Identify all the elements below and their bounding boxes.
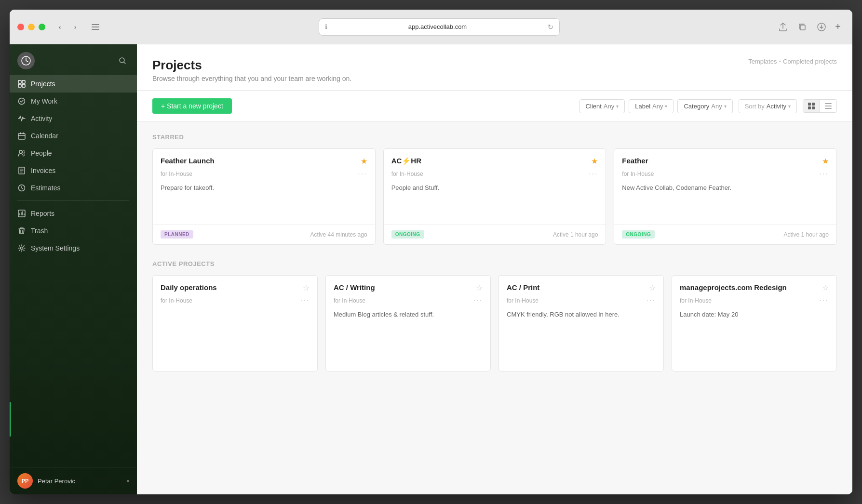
back-button[interactable]: ‹ [53,20,67,34]
sort-label: Sort by [745,103,765,110]
sidebar-item-people[interactable]: People [10,145,137,162]
project-menu-button[interactable]: ··· [300,296,310,305]
client-filter-button[interactable]: Client Any ▾ [579,99,625,113]
project-menu-button[interactable]: ··· [820,296,829,305]
search-button[interactable] [116,54,129,67]
category-dropdown-icon: ▾ [724,104,727,109]
project-card-feather: Feather ★ for In-House ··· New Active Co… [614,148,837,245]
reports-icon [17,209,26,218]
status-badge: PLANNED [161,230,193,239]
svg-rect-0 [92,24,99,25]
project-menu-button[interactable]: ··· [646,296,656,305]
sidebar-item-activity[interactable]: Activity [10,110,137,127]
sidebar-item-estimates[interactable]: Estimates [10,179,137,197]
address-bar[interactable]: ℹ app.activecollab.com ↻ [319,18,560,36]
project-title[interactable]: Feather [622,157,818,165]
project-title[interactable]: AC / Print [507,283,645,292]
sidebar-item-label: Activity [31,115,52,122]
close-button[interactable] [17,24,24,30]
sidebar-item-system-settings[interactable]: System Settings [10,239,137,257]
category-filter-label: Category [684,103,709,110]
toolbar: + Start a new project Client Any ▾ Label… [137,91,852,122]
starred-section-label: Starred [152,133,837,141]
sidebar-item-trash[interactable]: Trash [10,222,137,239]
project-title[interactable]: manageprojects.com Redesign [680,283,818,292]
minimize-button[interactable] [28,24,35,30]
svg-rect-12 [18,133,25,139]
project-title[interactable]: AC / Writing [334,283,472,292]
sidebar-item-label: Invoices [31,167,55,174]
star-icon[interactable]: ★ [591,157,598,166]
activity-icon [17,114,26,123]
star-icon[interactable]: ★ [361,157,367,166]
project-card-ac-writing: AC / Writing ☆ for In-House ··· Medium B… [325,275,491,371]
svg-rect-22 [812,106,815,109]
address-bar-wrapper: ℹ app.activecollab.com ↻ [109,18,769,36]
star-icon[interactable]: ☆ [649,283,656,292]
svg-rect-21 [808,106,811,109]
trash-icon [17,226,26,235]
category-filter-button[interactable]: Category Any ▾ [677,99,732,113]
sidebar: Projects My Work Activity [10,44,137,494]
page-subtitle: Browse through everything that you and y… [152,75,351,82]
project-menu-button[interactable]: ··· [589,170,598,178]
settings-icon [17,244,26,252]
sidebar-item-calendar[interactable]: Calendar [10,127,137,145]
project-title[interactable]: Daily operations [161,283,299,292]
sidebar-item-label: System Settings [31,244,80,252]
project-menu-button[interactable]: ··· [473,296,483,305]
grid-icon [17,80,26,88]
forward-button[interactable]: › [68,20,82,34]
project-menu-button[interactable]: ··· [358,170,367,178]
star-icon[interactable]: ★ [822,157,829,166]
sidebar-item-my-work[interactable]: My Work [10,93,137,110]
templates-link[interactable]: Templates [748,58,777,65]
sidebar-item-reports[interactable]: Reports [10,205,137,222]
refresh-icon[interactable]: ↻ [548,23,553,31]
active-time: Active 44 minutes ago [310,231,367,238]
share-button[interactable] [775,20,791,34]
user-profile[interactable]: PP Petar Perovic ▾ [10,467,137,494]
browser-actions [775,20,829,34]
list-view-button[interactable] [820,100,836,112]
traffic-lights [17,24,45,30]
nav-divider [17,200,129,201]
project-menu-button[interactable]: ··· [820,170,829,178]
active-projects-grid: Daily operations ☆ for In-House ··· [152,275,837,371]
label-dropdown-icon: ▾ [665,104,667,109]
client-dropdown-icon: ▾ [616,104,619,109]
app-logo[interactable] [17,52,35,69]
grid-view-button[interactable] [803,100,820,112]
maximize-button[interactable] [39,24,45,30]
sidebar-item-projects[interactable]: Projects [10,75,137,93]
sidebar-toggle-button[interactable] [88,20,103,34]
project-card-ac-hr: AC⚡HR ★ for In-House ··· People and Stuf… [383,148,606,245]
sort-button[interactable]: Sort by Activity ▾ [739,99,797,113]
completed-projects-link[interactable]: Completed projects [783,58,837,65]
feedback-button[interactable]: Feedback [10,402,11,437]
star-icon[interactable]: ☆ [303,283,310,292]
page-header: Projects Browse through everything that … [137,44,852,91]
project-description: New Active Collab, Codename Feather. [614,182,836,207]
info-icon: ℹ [325,23,327,30]
star-icon[interactable]: ☆ [476,283,483,292]
starred-projects-grid: Feather Launch ★ for In-House ··· Prepar… [152,148,837,245]
download-button[interactable] [814,20,829,34]
svg-rect-20 [812,103,815,106]
add-tab-button[interactable]: + [831,20,845,34]
sidebar-item-invoices[interactable]: Invoices [10,162,137,179]
svg-point-13 [19,150,22,153]
header-links: Templates • Completed projects [748,58,837,65]
project-title[interactable]: AC⚡HR [391,157,588,165]
star-icon[interactable]: ☆ [822,283,829,292]
duplicate-button[interactable] [795,20,810,34]
label-filter-button[interactable]: Label Any ▾ [629,99,673,113]
main-content: Projects Browse through everything that … [137,44,852,494]
project-client: for In-House [161,171,192,177]
sidebar-item-label: Reports [31,210,54,217]
new-project-button[interactable]: + Start a new project [152,98,232,114]
project-title[interactable]: Feather Launch [161,157,357,165]
active-section-label: Active Projects [152,260,837,267]
client-filter-label: Client [586,103,602,110]
sidebar-item-label: People [31,149,52,157]
